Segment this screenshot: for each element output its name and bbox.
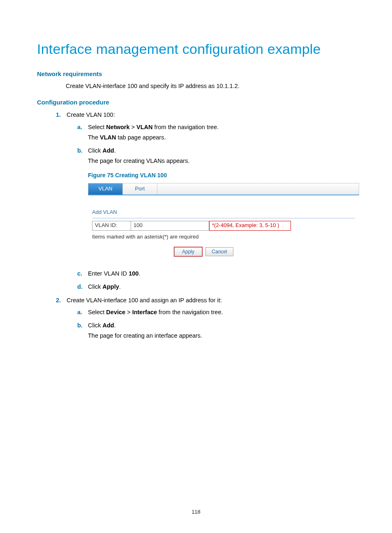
substep-2a: a. Select Device > Interface from the na… bbox=[77, 307, 355, 317]
vlan-id-input[interactable]: 100 bbox=[131, 221, 209, 230]
step-marker: 1. bbox=[56, 110, 61, 120]
apply-button[interactable]: Apply bbox=[174, 247, 202, 256]
text: Click bbox=[88, 322, 102, 329]
procedure-list: 1. Create VLAN 100: a. Select Network > … bbox=[56, 110, 355, 341]
vlan-id-hint: *(2-4094, Example: 3, 5-10 ) bbox=[209, 221, 291, 231]
text: Enter VLAN ID bbox=[88, 270, 129, 277]
substep-marker: a. bbox=[77, 122, 82, 132]
text: Select bbox=[88, 309, 106, 315]
substep-marker: b. bbox=[77, 146, 83, 156]
tab-port[interactable]: Port bbox=[123, 183, 157, 195]
text: from the navigation tree. bbox=[157, 309, 223, 315]
vlan-id-label: VLAN ID: bbox=[92, 221, 131, 230]
text: Select bbox=[88, 124, 106, 130]
vlan-id-row: VLAN ID: 100 *(2-4094, Example: 3, 5-10 … bbox=[92, 221, 291, 231]
text: . bbox=[114, 322, 116, 329]
page-number: 118 bbox=[0, 509, 392, 515]
substep-list: a. Select Network > VLAN from the naviga… bbox=[77, 122, 355, 292]
network-req-text: Create VLAN-interface 100 and specify it… bbox=[66, 81, 355, 90]
substep-list: a. Select Device > Interface from the na… bbox=[77, 307, 355, 341]
text: tab page appears. bbox=[116, 134, 166, 141]
text: The page for creating an interface appea… bbox=[88, 332, 202, 339]
heading-network-requirements: Network requirements bbox=[37, 70, 355, 77]
substep-marker: b. bbox=[77, 320, 83, 331]
kw-vlan: VLAN bbox=[136, 124, 152, 130]
text: . bbox=[114, 147, 116, 154]
figure-tab-row: VLAN Port bbox=[88, 183, 359, 195]
step-marker: 2. bbox=[56, 295, 61, 306]
text: The bbox=[88, 134, 100, 141]
text: > bbox=[125, 309, 132, 315]
step-text: Create VLAN 100: bbox=[67, 111, 115, 118]
kw-device: Device bbox=[106, 309, 125, 315]
heading-config-procedure: Configuration procedure bbox=[37, 99, 355, 106]
text: . bbox=[138, 270, 140, 277]
page-title: Interface management configuration examp… bbox=[37, 41, 355, 57]
kw-100: 100 bbox=[129, 270, 138, 277]
tab-vlan[interactable]: VLAN bbox=[88, 183, 123, 195]
text: from the navigation tree. bbox=[153, 124, 219, 130]
kw-add: Add bbox=[102, 322, 114, 329]
substep-1b: b. Click Add. The page for creating VLAN… bbox=[77, 146, 355, 258]
substep-1c: c. Enter VLAN ID 100. bbox=[77, 269, 355, 279]
step-2: 2. Create VLAN-interface 100 and assign … bbox=[56, 295, 355, 341]
kw-interface: Interface bbox=[132, 309, 157, 315]
figure-button-row: Apply Cancel bbox=[92, 247, 291, 256]
substep-2b: b. Click Add. The page for creating an i… bbox=[77, 320, 355, 341]
text: > bbox=[130, 124, 137, 130]
cancel-button[interactable]: Cancel bbox=[205, 247, 233, 256]
figure-caption: Figure 75 Creating VLAN 100 bbox=[88, 170, 355, 181]
kw-vlan-tab: VLAN bbox=[100, 134, 116, 141]
figure-rule bbox=[92, 218, 355, 218]
substep-1a: a. Select Network > VLAN from the naviga… bbox=[77, 122, 355, 143]
kw-add: Add bbox=[102, 147, 114, 154]
text: . bbox=[119, 283, 121, 290]
kw-apply: Apply bbox=[102, 283, 119, 290]
substep-marker: c. bbox=[77, 269, 82, 279]
substep-marker: d. bbox=[77, 282, 83, 292]
figure-section-title: Add VLAN bbox=[92, 208, 355, 217]
substep-1d: d. Click Apply. bbox=[77, 282, 355, 292]
step-1: 1. Create VLAN 100: a. Select Network > … bbox=[56, 110, 355, 292]
figure-75: VLAN Port Add VLAN VLAN ID: 100 *(2-4094… bbox=[88, 183, 359, 258]
kw-network: Network bbox=[106, 124, 129, 130]
text: Click bbox=[88, 147, 102, 154]
step-text: Create VLAN-interface 100 and assign an … bbox=[67, 297, 222, 304]
figure-note: Items marked with an asterisk(*) are req… bbox=[92, 232, 355, 242]
substep-marker: a. bbox=[77, 307, 82, 317]
text: Click bbox=[88, 283, 102, 290]
text: The page for creating VLANs appears. bbox=[88, 158, 189, 164]
